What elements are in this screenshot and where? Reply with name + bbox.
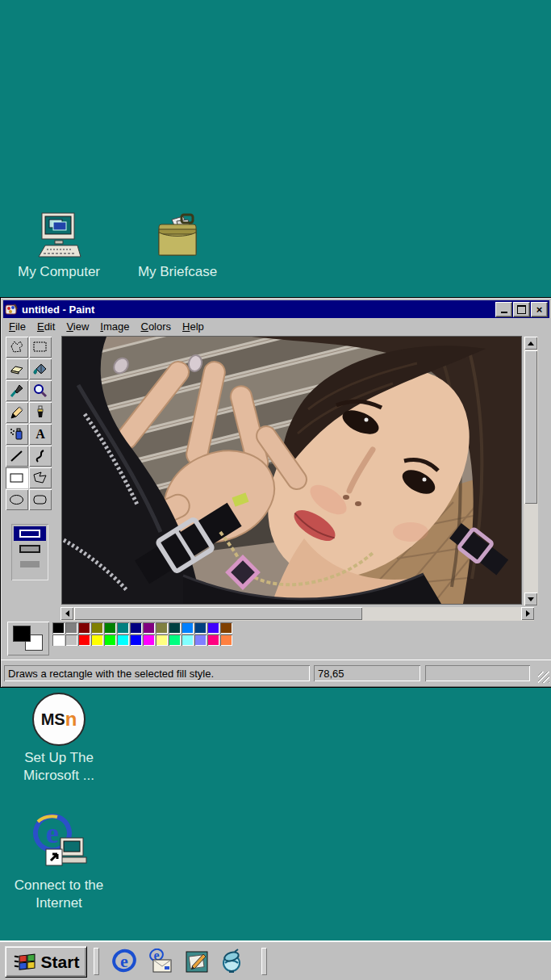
- color-swatch[interactable]: [182, 634, 194, 646]
- maximize-icon: [517, 305, 526, 314]
- fill-tool[interactable]: [29, 358, 52, 379]
- quick-launch-show-desktop[interactable]: [182, 948, 211, 975]
- window-title: untitled - Paint: [22, 304, 495, 316]
- outline-only-icon: [18, 529, 42, 538]
- fill-style-outline-filled[interactable]: [14, 542, 46, 556]
- color-swatch[interactable]: [65, 634, 77, 646]
- pick-color-tool[interactable]: [6, 380, 28, 401]
- fill-style-outline[interactable]: [14, 526, 46, 541]
- polygon-tool[interactable]: [29, 467, 52, 488]
- color-swatch[interactable]: [194, 622, 207, 634]
- select-tool[interactable]: [29, 337, 52, 358]
- color-swatch[interactable]: [104, 622, 116, 634]
- outlook-express-icon: e: [148, 949, 174, 974]
- menu-view[interactable]: View: [61, 320, 94, 333]
- desktop-icon-my-computer[interactable]: My Computer: [8, 211, 110, 281]
- color-swatch[interactable]: [156, 634, 168, 646]
- brush-icon: [31, 404, 49, 421]
- color-swatch[interactable]: [169, 622, 181, 634]
- curve-tool[interactable]: [29, 446, 52, 467]
- color-swatch[interactable]: [130, 622, 142, 634]
- foreground-color-box: [13, 626, 31, 642]
- menu-file[interactable]: File: [3, 320, 31, 333]
- pencil-tool[interactable]: [6, 402, 28, 423]
- maximize-button[interactable]: [513, 302, 530, 317]
- vertical-scroll-thumb[interactable]: [524, 350, 537, 504]
- ellipse-tool[interactable]: [6, 489, 28, 510]
- magnifier-tool[interactable]: [29, 380, 52, 401]
- current-colors[interactable]: [7, 622, 49, 655]
- color-swatch[interactable]: [130, 634, 142, 646]
- color-swatch[interactable]: [91, 634, 103, 646]
- color-swatch[interactable]: [52, 634, 65, 646]
- minimize-button[interactable]: [495, 302, 512, 317]
- vertical-scrollbar[interactable]: [524, 337, 538, 605]
- airbrush-tool[interactable]: [6, 424, 28, 445]
- status-selection-panel: [425, 665, 530, 681]
- color-swatch[interactable]: [194, 634, 207, 646]
- color-swatch[interactable]: [91, 622, 103, 634]
- color-swatch[interactable]: [156, 622, 168, 634]
- color-swatch[interactable]: [220, 634, 232, 646]
- resize-grip-icon[interactable]: [538, 672, 549, 683]
- color-swatch[interactable]: [104, 634, 116, 646]
- brush-tool[interactable]: [29, 402, 52, 423]
- menu-colors[interactable]: Colors: [135, 320, 177, 333]
- color-swatch[interactable]: [220, 622, 232, 634]
- color-bar: [1, 618, 551, 659]
- text-tool-icon: A: [31, 426, 49, 442]
- text-tool[interactable]: A: [29, 424, 52, 445]
- eraser-icon: [8, 361, 26, 377]
- paint-titlebar[interactable]: untitled - Paint ×: [3, 300, 549, 318]
- arrow-down-icon: [528, 597, 534, 601]
- paint-canvas[interactable]: [62, 337, 521, 604]
- rectangle-tool[interactable]: [6, 467, 28, 488]
- scroll-down-button[interactable]: [524, 593, 537, 605]
- fill-bucket-icon: [31, 361, 49, 377]
- select-icon: [31, 339, 49, 355]
- desktop-icon-label: Microsoft ...: [23, 767, 94, 785]
- color-swatch[interactable]: [182, 622, 194, 634]
- desktop-icon-connect-internet[interactable]: e Connect to the Internet: [2, 814, 116, 912]
- start-button[interactable]: Start: [5, 946, 87, 978]
- polygon-icon: [31, 470, 49, 486]
- quick-launch-outlook-express[interactable]: e: [147, 948, 176, 975]
- close-button[interactable]: ×: [531, 302, 548, 317]
- color-swatch[interactable]: [207, 622, 219, 634]
- rounded-rectangle-tool[interactable]: [29, 489, 52, 510]
- menu-edit[interactable]: Edit: [31, 320, 61, 333]
- desktop-icon-label: Set Up The: [24, 749, 94, 767]
- menu-help[interactable]: Help: [177, 320, 210, 333]
- color-swatch[interactable]: [117, 634, 129, 646]
- color-swatch[interactable]: [169, 634, 181, 646]
- scroll-up-button[interactable]: [524, 337, 537, 350]
- my-computer-icon: [34, 211, 84, 260]
- color-swatch[interactable]: [143, 622, 155, 634]
- curve-icon: [31, 448, 49, 464]
- msn-icon: MSn: [32, 693, 86, 746]
- color-swatch[interactable]: [78, 622, 90, 634]
- arrow-up-icon: [528, 341, 534, 346]
- color-swatch[interactable]: [207, 634, 219, 646]
- fill-only-icon: [18, 559, 42, 569]
- fill-style-solid[interactable]: [14, 557, 46, 572]
- tool-palette: A: [1, 335, 59, 618]
- color-swatch[interactable]: [65, 622, 77, 634]
- free-select-tool[interactable]: [6, 337, 28, 358]
- color-swatch[interactable]: [52, 622, 65, 634]
- line-tool[interactable]: [6, 446, 28, 467]
- color-swatch[interactable]: [117, 622, 129, 634]
- quick-launch-view-channels[interactable]: [217, 948, 246, 975]
- connect-internet-icon: e: [28, 814, 90, 873]
- color-swatch[interactable]: [143, 634, 155, 646]
- free-select-icon: [8, 339, 26, 355]
- menu-image[interactable]: Image: [94, 320, 135, 333]
- desktop-icon-my-briefcase[interactable]: My Briefcase: [127, 213, 228, 281]
- quick-launch-internet-explorer[interactable]: e: [110, 948, 139, 975]
- rectangle-icon: [8, 470, 26, 486]
- desktop-icon-label: Internet: [35, 894, 82, 912]
- color-swatch[interactable]: [78, 634, 90, 646]
- outline-with-fill-icon: [18, 544, 42, 554]
- desktop-icon-msn-setup[interactable]: MSn Set Up The Microsoft ...: [8, 693, 110, 785]
- eraser-tool[interactable]: [6, 358, 28, 379]
